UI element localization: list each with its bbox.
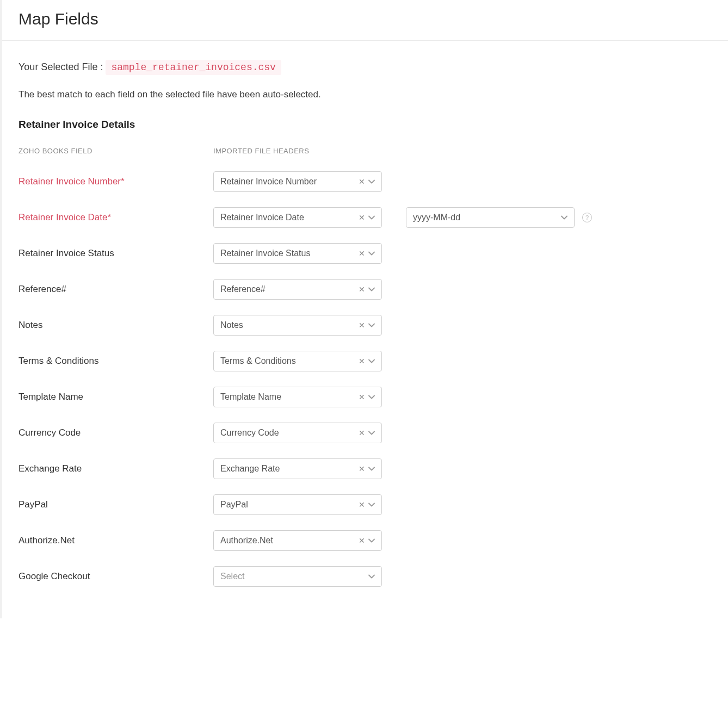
file-header-select[interactable]: Retainer Invoice Number✕ <box>213 171 382 192</box>
select-value: Retainer Invoice Number <box>220 177 359 187</box>
hint-text: The best match to each field on the sele… <box>18 89 712 100</box>
select-controls: ✕ <box>359 537 375 544</box>
field-row: Authorize.NetAuthorize.Net✕ <box>18 530 712 551</box>
select-value: Notes <box>220 320 359 330</box>
select-controls: ✕ <box>359 178 375 185</box>
clear-icon[interactable]: ✕ <box>359 357 365 365</box>
select-value: Reference# <box>220 284 359 294</box>
chevron-down-icon[interactable] <box>368 467 375 471</box>
field-row: Terms & ConditionsTerms & Conditions✕ <box>18 351 712 371</box>
clear-icon[interactable]: ✕ <box>359 178 365 185</box>
field-label: Reference# <box>18 284 213 295</box>
field-label: Retainer Invoice Status <box>18 248 213 259</box>
clear-icon[interactable]: ✕ <box>359 393 365 401</box>
help-icon[interactable]: ? <box>582 213 592 222</box>
file-header-select[interactable]: Currency Code✕ <box>213 423 382 443</box>
select-controls: ✕ <box>359 286 375 293</box>
file-header-select[interactable]: Retainer Invoice Status✕ <box>213 243 382 264</box>
field-row: Retainer Invoice Number*Retainer Invoice… <box>18 171 712 192</box>
select-value: Authorize.Net <box>220 536 359 545</box>
file-header-select[interactable]: Select <box>213 566 382 587</box>
date-format-column: yyyy-MM-dd? <box>406 207 592 228</box>
field-row: Google CheckoutSelect <box>18 566 712 587</box>
selected-file-label: Your Selected File : <box>18 61 103 72</box>
chevron-down-icon[interactable] <box>368 538 375 543</box>
chevron-down-icon[interactable] <box>368 574 375 579</box>
field-label: Template Name <box>18 392 213 402</box>
field-label: Notes <box>18 320 213 331</box>
chevron-down-icon[interactable] <box>368 179 375 184</box>
chevron-down-icon[interactable] <box>368 287 375 292</box>
chevron-down-icon[interactable] <box>368 359 375 363</box>
field-row: Currency CodeCurrency Code✕ <box>18 423 712 443</box>
select-controls: ✕ <box>359 393 375 401</box>
file-header-select[interactable]: Exchange Rate✕ <box>213 458 382 479</box>
field-row: Reference#Reference#✕ <box>18 279 712 300</box>
column-header-imported-file: IMPORTED FILE HEADERS <box>213 147 407 155</box>
file-header-select[interactable]: Terms & Conditions✕ <box>213 351 382 371</box>
section-title: Retainer Invoice Details <box>18 119 712 131</box>
select-controls: ✕ <box>359 429 375 437</box>
chevron-down-icon[interactable] <box>368 251 375 256</box>
field-label: Terms & Conditions <box>18 356 213 367</box>
select-controls: ✕ <box>359 357 375 365</box>
field-row: Exchange RateExchange Rate✕ <box>18 458 712 479</box>
chevron-down-icon[interactable] <box>368 215 375 220</box>
field-row: Retainer Invoice StatusRetainer Invoice … <box>18 243 712 264</box>
select-value: Retainer Invoice Date <box>220 213 359 222</box>
select-value: PayPal <box>220 500 359 510</box>
select-value: Currency Code <box>220 428 359 438</box>
clear-icon[interactable]: ✕ <box>359 286 365 293</box>
clear-icon[interactable]: ✕ <box>359 321 365 329</box>
clear-icon[interactable]: ✕ <box>359 429 365 437</box>
field-label: Exchange Rate <box>18 463 213 474</box>
chevron-down-icon[interactable] <box>368 431 375 435</box>
column-header-zoho-field: ZOHO BOOKS FIELD <box>18 147 213 155</box>
date-format-value: yyyy-MM-dd <box>413 213 561 222</box>
clear-icon[interactable]: ✕ <box>359 537 365 544</box>
field-label: Retainer Invoice Date* <box>18 212 213 223</box>
field-row: Retainer Invoice Date*Retainer Invoice D… <box>18 207 712 228</box>
select-controls: ✕ <box>359 465 375 473</box>
field-label: Retainer Invoice Number* <box>18 176 213 187</box>
field-label: Authorize.Net <box>18 535 213 546</box>
file-header-select[interactable]: Reference#✕ <box>213 279 382 300</box>
file-header-select[interactable]: PayPal✕ <box>213 494 382 515</box>
date-format-select[interactable]: yyyy-MM-dd <box>406 207 575 228</box>
column-headers-row: ZOHO BOOKS FIELD IMPORTED FILE HEADERS <box>18 147 712 155</box>
chevron-down-icon[interactable] <box>368 503 375 507</box>
fields-container: Retainer Invoice Number*Retainer Invoice… <box>18 171 712 587</box>
field-label: PayPal <box>18 499 213 510</box>
select-value: Select <box>220 572 368 581</box>
field-row: NotesNotes✕ <box>18 315 712 336</box>
chevron-down-icon[interactable] <box>561 215 567 220</box>
select-controls: ✕ <box>359 501 375 508</box>
clear-icon[interactable]: ✕ <box>359 501 365 508</box>
select-value: Exchange Rate <box>220 464 359 474</box>
clear-icon[interactable]: ✕ <box>359 465 365 473</box>
select-controls: ✕ <box>359 321 375 329</box>
field-label: Google Checkout <box>18 571 213 582</box>
chevron-down-icon[interactable] <box>368 395 375 399</box>
select-value: Retainer Invoice Status <box>220 249 359 258</box>
chevron-down-icon[interactable] <box>368 323 375 327</box>
select-value: Terms & Conditions <box>220 356 359 366</box>
file-header-select[interactable]: Authorize.Net✕ <box>213 530 382 551</box>
select-controls <box>368 574 375 579</box>
page-container: Map Fields Your Selected File : sample_r… <box>0 0 728 618</box>
clear-icon[interactable]: ✕ <box>359 214 365 221</box>
file-header-select[interactable]: Template Name✕ <box>213 387 382 407</box>
field-row: Template NameTemplate Name✕ <box>18 387 712 407</box>
file-header-select[interactable]: Notes✕ <box>213 315 382 336</box>
page-title: Map Fields <box>18 10 712 28</box>
header-divider <box>2 40 728 41</box>
clear-icon[interactable]: ✕ <box>359 250 365 257</box>
field-row: PayPalPayPal✕ <box>18 494 712 515</box>
field-label: Currency Code <box>18 427 213 438</box>
select-controls: ✕ <box>359 214 375 221</box>
file-header-select[interactable]: Retainer Invoice Date✕ <box>213 207 382 228</box>
select-controls: ✕ <box>359 250 375 257</box>
select-value: Template Name <box>220 392 359 402</box>
selected-file-name: sample_retainer_invoices.csv <box>106 60 281 75</box>
selected-file-row: Your Selected File : sample_retainer_inv… <box>18 61 712 73</box>
